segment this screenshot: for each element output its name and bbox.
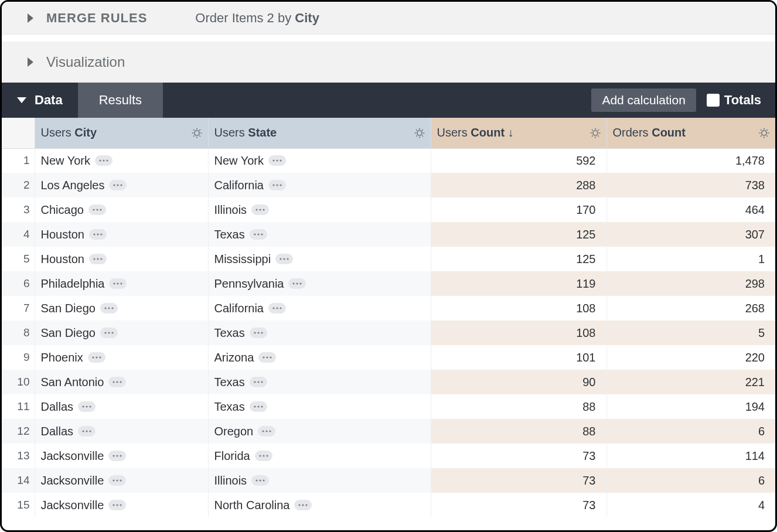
merge-rules-title[interactable]: MERGE RULES: [46, 11, 147, 26]
more-icon[interactable]: [95, 155, 113, 166]
more-icon[interactable]: [108, 475, 126, 486]
cell-state[interactable]: Texas: [208, 222, 431, 247]
cell-orders-count[interactable]: 114: [606, 444, 775, 468]
cell-orders-count[interactable]: 298: [606, 271, 775, 296]
more-icon[interactable]: [108, 500, 126, 510]
cell-orders-count[interactable]: 464: [606, 197, 775, 222]
cell-orders-count[interactable]: 220: [606, 345, 775, 370]
cell-state[interactable]: Texas: [208, 320, 431, 345]
column-header-users-count[interactable]: Users Count ↓: [431, 118, 606, 148]
cell-state[interactable]: California: [208, 296, 431, 320]
cell-users-count[interactable]: 88: [431, 394, 606, 419]
cell-city[interactable]: San Diego: [35, 320, 208, 345]
cell-orders-count[interactable]: 5: [606, 320, 775, 345]
more-icon[interactable]: [100, 328, 118, 338]
cell-state[interactable]: New York: [208, 148, 431, 173]
cell-users-count[interactable]: 592: [431, 148, 606, 173]
cell-city[interactable]: Jacksonville: [35, 468, 208, 493]
cell-orders-count[interactable]: 221: [606, 370, 775, 394]
cell-orders-count[interactable]: 4: [606, 493, 775, 517]
more-icon[interactable]: [88, 204, 106, 215]
cell-state[interactable]: Florida: [208, 444, 431, 468]
more-icon[interactable]: [250, 229, 267, 240]
more-icon[interactable]: [89, 229, 107, 240]
cell-users-count[interactable]: 119: [431, 271, 606, 296]
cell-orders-count[interactable]: 307: [606, 222, 775, 247]
column-header-users-city[interactable]: Users City: [35, 118, 208, 148]
cell-users-count[interactable]: 108: [431, 296, 606, 320]
results-tab[interactable]: Results: [78, 83, 163, 118]
gear-icon[interactable]: [413, 127, 426, 139]
expander-icon[interactable]: [28, 57, 33, 67]
cell-state[interactable]: Oregon: [208, 419, 431, 444]
cell-city[interactable]: Dallas: [35, 394, 208, 419]
more-icon[interactable]: [108, 377, 126, 387]
cell-users-count[interactable]: 125: [431, 247, 606, 271]
expander-icon[interactable]: [28, 13, 33, 23]
cell-state[interactable]: Texas: [208, 394, 431, 419]
visualization-title[interactable]: Visualization: [46, 54, 125, 70]
totals-checkbox[interactable]: [707, 94, 720, 107]
more-icon[interactable]: [250, 328, 267, 338]
cell-users-count[interactable]: 108: [431, 320, 606, 345]
cell-state[interactable]: North Carolina: [208, 493, 431, 517]
more-icon[interactable]: [250, 401, 267, 412]
cell-orders-count[interactable]: 194: [606, 394, 775, 419]
gear-icon[interactable]: [190, 127, 203, 139]
cell-city[interactable]: Dallas: [35, 419, 208, 444]
more-icon[interactable]: [251, 475, 269, 486]
more-icon[interactable]: [255, 451, 272, 461]
cell-state[interactable]: Texas: [208, 370, 431, 394]
cell-users-count[interactable]: 125: [431, 222, 606, 247]
more-icon[interactable]: [78, 401, 96, 412]
more-icon[interactable]: [294, 500, 312, 510]
more-icon[interactable]: [89, 254, 107, 264]
cell-orders-count[interactable]: 738: [606, 173, 775, 197]
more-icon[interactable]: [275, 254, 293, 264]
cell-orders-count[interactable]: 268: [606, 296, 775, 320]
cell-users-count[interactable]: 73: [431, 468, 606, 493]
more-icon[interactable]: [100, 303, 118, 313]
cell-state[interactable]: Mississippi: [208, 247, 431, 271]
more-icon[interactable]: [268, 155, 286, 166]
more-icon[interactable]: [258, 426, 275, 436]
cell-state[interactable]: Pennsylvania: [208, 271, 431, 296]
more-icon[interactable]: [258, 352, 276, 363]
column-header-users-state[interactable]: Users State: [208, 118, 431, 148]
cell-city[interactable]: New York: [35, 148, 208, 173]
cell-orders-count[interactable]: 6: [606, 419, 775, 444]
cell-users-count[interactable]: 73: [431, 493, 606, 517]
more-icon[interactable]: [251, 204, 269, 215]
more-icon[interactable]: [268, 303, 286, 313]
cell-city[interactable]: Jacksonville: [35, 493, 208, 517]
cell-users-count[interactable]: 170: [431, 197, 606, 222]
more-icon[interactable]: [288, 278, 306, 289]
cell-state[interactable]: Illinois: [208, 468, 431, 493]
cell-city[interactable]: Houston: [35, 222, 208, 247]
cell-city[interactable]: Houston: [35, 247, 208, 271]
cell-city[interactable]: Jacksonville: [35, 444, 208, 468]
more-icon[interactable]: [109, 278, 127, 289]
cell-orders-count[interactable]: 1,478: [606, 148, 775, 173]
more-icon[interactable]: [88, 352, 105, 363]
cell-users-count[interactable]: 88: [431, 419, 606, 444]
more-icon[interactable]: [268, 180, 286, 190]
cell-orders-count[interactable]: 1: [606, 247, 775, 271]
cell-orders-count[interactable]: 6: [606, 468, 775, 493]
cell-users-count[interactable]: 101: [431, 345, 606, 370]
gear-icon[interactable]: [589, 127, 602, 139]
cell-city[interactable]: Philadelphia: [35, 271, 208, 296]
cell-state[interactable]: Illinois: [208, 197, 431, 222]
gear-icon[interactable]: [758, 127, 771, 139]
more-icon[interactable]: [108, 451, 126, 461]
more-icon[interactable]: [109, 180, 127, 190]
column-header-orders-count[interactable]: Orders Count: [606, 118, 775, 148]
more-icon[interactable]: [250, 377, 267, 387]
more-icon[interactable]: [78, 426, 96, 436]
cell-city[interactable]: San Antonio: [35, 370, 208, 394]
cell-city[interactable]: San Diego: [35, 296, 208, 320]
cell-state[interactable]: California: [208, 173, 431, 197]
cell-users-count[interactable]: 288: [431, 173, 606, 197]
cell-users-count[interactable]: 90: [431, 370, 606, 394]
cell-city[interactable]: Phoenix: [35, 345, 208, 370]
